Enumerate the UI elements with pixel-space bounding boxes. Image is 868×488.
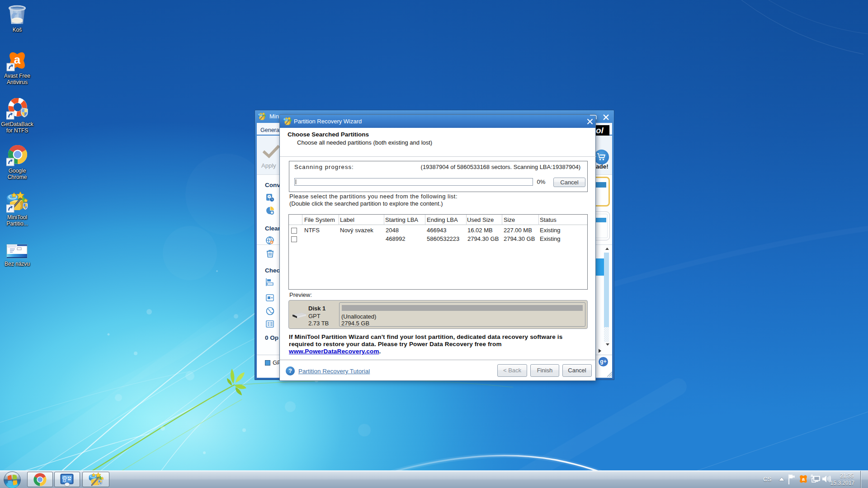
svg-text:a: a <box>802 476 805 482</box>
svg-text:a: a <box>14 53 21 66</box>
